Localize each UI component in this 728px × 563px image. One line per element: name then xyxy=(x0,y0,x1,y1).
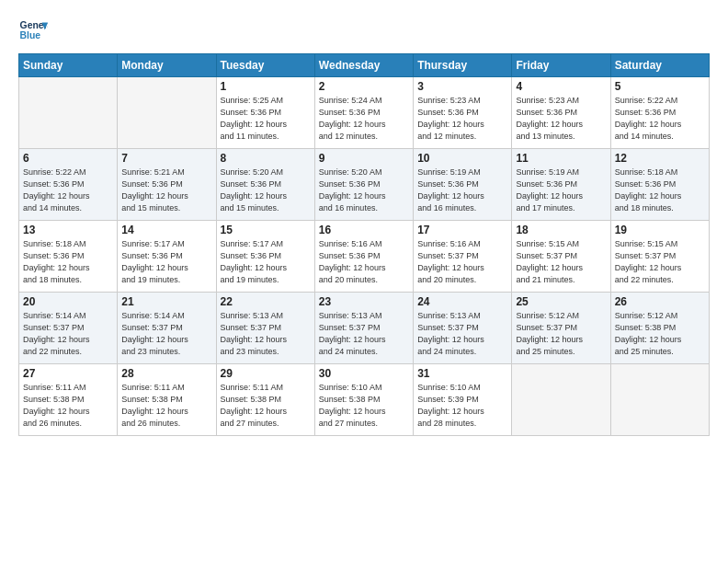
day-detail: Sunrise: 5:21 AM Sunset: 5:36 PM Dayligh… xyxy=(121,167,211,214)
day-number: 26 xyxy=(615,295,705,308)
day-number: 11 xyxy=(516,152,606,165)
calendar-table: SundayMondayTuesdayWednesdayThursdayFrid… xyxy=(18,53,710,436)
logo: General Blue xyxy=(18,17,48,46)
day-number: 30 xyxy=(319,367,409,380)
calendar-cell: 18Sunrise: 5:15 AM Sunset: 5:37 PM Dayli… xyxy=(512,221,610,293)
day-number: 2 xyxy=(319,80,409,93)
weekday-header-monday: Monday xyxy=(118,54,216,77)
day-detail: Sunrise: 5:17 AM Sunset: 5:36 PM Dayligh… xyxy=(221,238,311,286)
day-number: 23 xyxy=(319,295,409,308)
day-number: 24 xyxy=(417,295,507,308)
day-detail: Sunrise: 5:17 AM Sunset: 5:36 PM Dayligh… xyxy=(121,238,211,286)
day-number: 12 xyxy=(615,152,705,165)
calendar-cell: 3Sunrise: 5:23 AM Sunset: 5:36 PM Daylig… xyxy=(414,77,512,149)
calendar-cell: 10Sunrise: 5:19 AM Sunset: 5:36 PM Dayli… xyxy=(414,149,512,221)
calendar-cell: 14Sunrise: 5:17 AM Sunset: 5:36 PM Dayli… xyxy=(118,221,216,293)
day-detail: Sunrise: 5:14 AM Sunset: 5:37 PM Dayligh… xyxy=(23,310,113,358)
day-number: 5 xyxy=(615,80,705,93)
calendar-cell: 7Sunrise: 5:21 AM Sunset: 5:36 PM Daylig… xyxy=(118,149,216,221)
calendar-cell xyxy=(118,77,216,149)
day-detail: Sunrise: 5:22 AM Sunset: 5:36 PM Dayligh… xyxy=(23,167,113,214)
day-number: 3 xyxy=(417,80,507,93)
header: General Blue xyxy=(18,17,710,46)
day-detail: Sunrise: 5:16 AM Sunset: 5:36 PM Dayligh… xyxy=(319,238,409,286)
day-number: 17 xyxy=(417,224,507,236)
day-number: 15 xyxy=(221,224,311,236)
day-number: 1 xyxy=(221,80,311,93)
calendar-cell: 28Sunrise: 5:11 AM Sunset: 5:38 PM Dayli… xyxy=(118,364,216,436)
day-detail: Sunrise: 5:11 AM Sunset: 5:38 PM Dayligh… xyxy=(23,382,113,430)
day-number: 18 xyxy=(516,224,606,236)
day-detail: Sunrise: 5:14 AM Sunset: 5:37 PM Dayligh… xyxy=(121,310,211,358)
calendar-cell: 4Sunrise: 5:23 AM Sunset: 5:36 PM Daylig… xyxy=(512,77,610,149)
week-row-5: 27Sunrise: 5:11 AM Sunset: 5:38 PM Dayli… xyxy=(19,364,710,436)
day-number: 22 xyxy=(221,295,311,308)
day-detail: Sunrise: 5:13 AM Sunset: 5:37 PM Dayligh… xyxy=(221,310,311,358)
day-number: 31 xyxy=(417,367,507,380)
day-detail: Sunrise: 5:20 AM Sunset: 5:36 PM Dayligh… xyxy=(319,167,409,214)
calendar-cell: 15Sunrise: 5:17 AM Sunset: 5:36 PM Dayli… xyxy=(216,221,314,293)
day-detail: Sunrise: 5:13 AM Sunset: 5:37 PM Dayligh… xyxy=(319,310,409,358)
weekday-header-wednesday: Wednesday xyxy=(314,54,413,77)
day-number: 20 xyxy=(23,295,113,308)
day-detail: Sunrise: 5:13 AM Sunset: 5:37 PM Dayligh… xyxy=(417,310,507,358)
day-number: 8 xyxy=(221,152,311,165)
weekday-header-sunday: Sunday xyxy=(19,54,118,77)
day-detail: Sunrise: 5:20 AM Sunset: 5:36 PM Dayligh… xyxy=(221,167,311,214)
weekday-header-thursday: Thursday xyxy=(414,54,512,77)
day-number: 4 xyxy=(516,80,606,93)
calendar-cell: 22Sunrise: 5:13 AM Sunset: 5:37 PM Dayli… xyxy=(216,293,314,364)
calendar-cell: 23Sunrise: 5:13 AM Sunset: 5:37 PM Dayli… xyxy=(314,293,413,364)
day-detail: Sunrise: 5:11 AM Sunset: 5:38 PM Dayligh… xyxy=(221,382,311,430)
calendar-cell xyxy=(19,77,118,149)
week-row-4: 20Sunrise: 5:14 AM Sunset: 5:37 PM Dayli… xyxy=(19,293,710,364)
day-detail: Sunrise: 5:23 AM Sunset: 5:36 PM Dayligh… xyxy=(516,95,606,143)
calendar-cell: 26Sunrise: 5:12 AM Sunset: 5:38 PM Dayli… xyxy=(610,293,709,364)
calendar-cell: 5Sunrise: 5:22 AM Sunset: 5:36 PM Daylig… xyxy=(610,77,709,149)
day-detail: Sunrise: 5:23 AM Sunset: 5:36 PM Dayligh… xyxy=(417,95,507,143)
week-row-3: 13Sunrise: 5:18 AM Sunset: 5:36 PM Dayli… xyxy=(19,221,710,293)
calendar-cell: 1Sunrise: 5:25 AM Sunset: 5:36 PM Daylig… xyxy=(216,77,314,149)
day-number: 27 xyxy=(23,367,113,380)
day-number: 29 xyxy=(221,367,311,380)
day-detail: Sunrise: 5:15 AM Sunset: 5:37 PM Dayligh… xyxy=(516,238,606,286)
day-detail: Sunrise: 5:10 AM Sunset: 5:38 PM Dayligh… xyxy=(319,382,409,430)
day-detail: Sunrise: 5:18 AM Sunset: 5:36 PM Dayligh… xyxy=(615,167,705,214)
day-detail: Sunrise: 5:19 AM Sunset: 5:36 PM Dayligh… xyxy=(417,167,507,214)
day-detail: Sunrise: 5:12 AM Sunset: 5:37 PM Dayligh… xyxy=(516,310,606,358)
calendar-cell: 25Sunrise: 5:12 AM Sunset: 5:37 PM Dayli… xyxy=(512,293,610,364)
day-number: 21 xyxy=(121,295,211,308)
calendar-cell: 2Sunrise: 5:24 AM Sunset: 5:36 PM Daylig… xyxy=(314,77,413,149)
day-detail: Sunrise: 5:10 AM Sunset: 5:39 PM Dayligh… xyxy=(417,382,507,430)
day-detail: Sunrise: 5:16 AM Sunset: 5:37 PM Dayligh… xyxy=(417,238,507,286)
calendar-cell: 27Sunrise: 5:11 AM Sunset: 5:38 PM Dayli… xyxy=(19,364,118,436)
day-number: 6 xyxy=(23,152,113,165)
calendar-cell: 19Sunrise: 5:15 AM Sunset: 5:37 PM Dayli… xyxy=(610,221,709,293)
day-detail: Sunrise: 5:12 AM Sunset: 5:38 PM Dayligh… xyxy=(615,310,705,358)
day-number: 25 xyxy=(516,295,606,308)
day-number: 28 xyxy=(121,367,211,380)
logo-icon: General Blue xyxy=(18,17,48,46)
weekday-header-tuesday: Tuesday xyxy=(216,54,314,77)
weekday-header-row: SundayMondayTuesdayWednesdayThursdayFrid… xyxy=(19,54,710,77)
day-number: 14 xyxy=(121,224,211,236)
day-detail: Sunrise: 5:22 AM Sunset: 5:36 PM Dayligh… xyxy=(615,95,705,143)
day-detail: Sunrise: 5:25 AM Sunset: 5:36 PM Dayligh… xyxy=(221,95,311,143)
week-row-2: 6Sunrise: 5:22 AM Sunset: 5:36 PM Daylig… xyxy=(19,149,710,221)
day-number: 13 xyxy=(23,224,113,236)
day-detail: Sunrise: 5:19 AM Sunset: 5:36 PM Dayligh… xyxy=(516,167,606,214)
day-number: 16 xyxy=(319,224,409,236)
day-detail: Sunrise: 5:15 AM Sunset: 5:37 PM Dayligh… xyxy=(615,238,705,286)
calendar-cell: 24Sunrise: 5:13 AM Sunset: 5:37 PM Dayli… xyxy=(414,293,512,364)
day-number: 19 xyxy=(615,224,705,236)
calendar-cell: 8Sunrise: 5:20 AM Sunset: 5:36 PM Daylig… xyxy=(216,149,314,221)
calendar-cell: 6Sunrise: 5:22 AM Sunset: 5:36 PM Daylig… xyxy=(19,149,118,221)
day-detail: Sunrise: 5:11 AM Sunset: 5:38 PM Dayligh… xyxy=(121,382,211,430)
calendar-cell: 20Sunrise: 5:14 AM Sunset: 5:37 PM Dayli… xyxy=(19,293,118,364)
calendar-cell xyxy=(512,364,610,436)
weekday-header-friday: Friday xyxy=(512,54,610,77)
day-detail: Sunrise: 5:18 AM Sunset: 5:36 PM Dayligh… xyxy=(23,238,113,286)
calendar-cell: 11Sunrise: 5:19 AM Sunset: 5:36 PM Dayli… xyxy=(512,149,610,221)
svg-text:Blue: Blue xyxy=(20,30,41,40)
day-number: 10 xyxy=(417,152,507,165)
